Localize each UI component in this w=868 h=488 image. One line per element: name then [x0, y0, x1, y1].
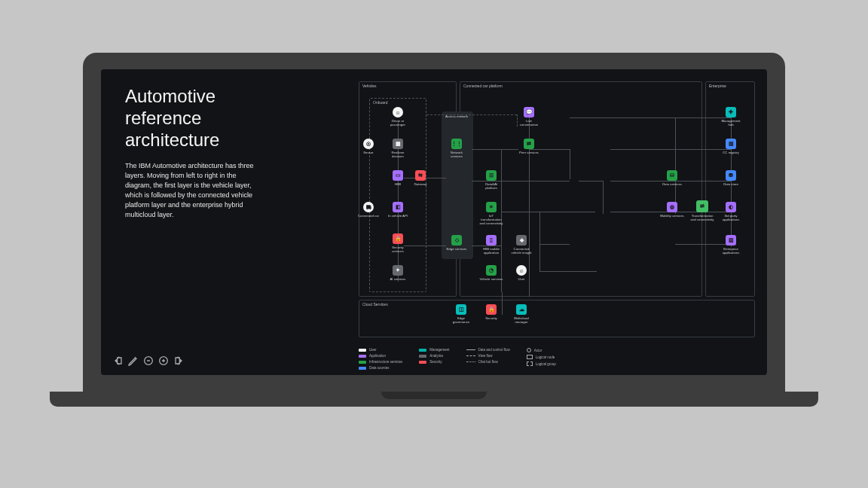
- transform-icon-2: ⇌: [696, 200, 708, 212]
- node-third-party-b: ◐ 3rd party applications: [719, 202, 743, 221]
- node-mgmt-hub-b: ✚ Management hub: [719, 107, 743, 127]
- node-mobility-b: ◍ Mobility services: [660, 202, 684, 218]
- laptop-frame: Automotive reference architecture The IB…: [83, 53, 785, 414]
- node-ent-apps-b: ▥ Enterprise applications: [719, 235, 743, 255]
- architecture-diagram: Vehicles Onboard Connected car platform …: [359, 81, 760, 371]
- entapps-icon-2: ▥: [726, 235, 736, 246]
- page-title: Automotive reference architecture: [125, 86, 219, 151]
- registry-icon-2: ▤: [726, 139, 736, 149]
- node-cc-registry-b: ▤ CC registry: [719, 139, 743, 154]
- node-data-store-b: ⛃ Data store: [719, 170, 743, 186]
- datastore-icon-2: ⛃: [726, 170, 736, 181]
- laptop-lid: Automotive reference architecture The IB…: [83, 53, 785, 392]
- forward-arrow-icon[interactable]: [172, 354, 185, 368]
- lock-icon-2: 🔒: [486, 304, 497, 315]
- laptop-base: [83, 392, 785, 414]
- edge-gov-icon: ◫: [456, 304, 466, 315]
- node-data-services-b: ⛁ Data services: [660, 170, 684, 186]
- nav-dot-icon[interactable]: [142, 354, 155, 368]
- hub-icon-2: ✚: [726, 107, 736, 117]
- node-security-cloud: 🔒 Security: [479, 304, 503, 320]
- mobility-icon-2: ◍: [667, 202, 677, 212]
- data-svc-icon-2: ⛁: [667, 170, 677, 181]
- page-description: The IBM Automotive architecture has thre…: [125, 161, 255, 220]
- screen: Automotive reference architecture The IB…: [101, 69, 767, 375]
- thirdparty-icon-2: ◐: [726, 202, 736, 212]
- multicloud-icon: ☁: [516, 304, 527, 315]
- laptop-notch: [381, 392, 487, 399]
- edit-pencil-icon[interactable]: [127, 354, 140, 368]
- node-edge-governance: ◫ Edge governance: [449, 304, 473, 324]
- node-transcon-b: ⇌ Transformation and connectivity: [690, 200, 714, 221]
- nav-toolbar: [112, 354, 185, 368]
- back-arrow-icon[interactable]: [112, 354, 125, 368]
- legend: User Application Infrastructure services…: [359, 348, 760, 370]
- node-multicloud-manager: ☁ Multicloud manager: [509, 304, 533, 324]
- nav-dot-2-icon[interactable]: [157, 354, 170, 368]
